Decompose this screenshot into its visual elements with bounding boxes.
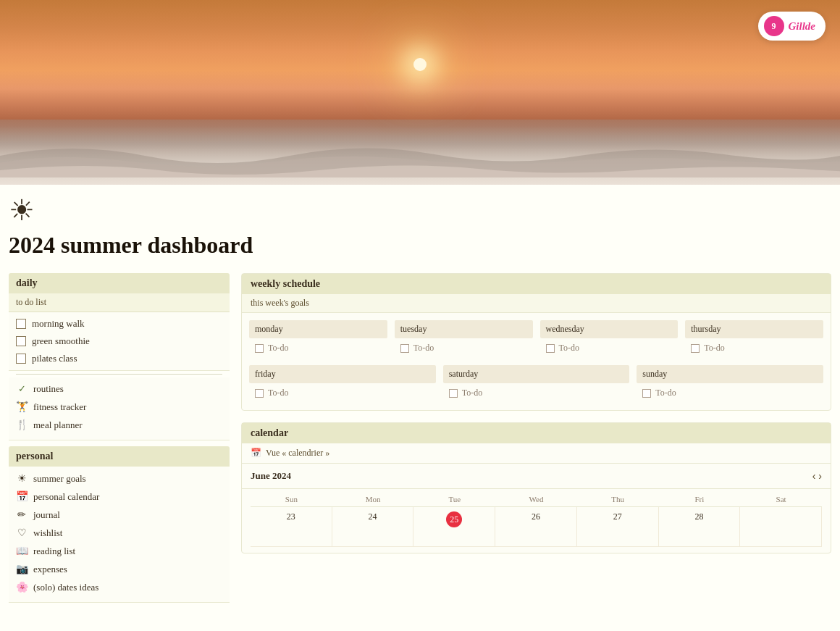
summer-goals-label: summer goals (33, 473, 86, 485)
thursday-header: thursday (685, 320, 823, 338)
weekly-schedule-box: weekly schedule this week's goals monday… (241, 273, 831, 411)
routines-nav-item[interactable]: ✓ routines (9, 380, 230, 398)
calendar-view-label: Vue « calendrier » (266, 448, 329, 459)
friday-column: friday To-do (249, 365, 436, 403)
calendar-view-button[interactable]: 📅 Vue « calendrier » (242, 443, 831, 464)
meal-label: meal planner (33, 419, 83, 431)
check-icon: ✓ (16, 383, 28, 395)
days-grid-top: monday To-do tuesday To-do (242, 313, 831, 365)
cal-day-23[interactable]: 23 (251, 507, 332, 547)
monday-todo[interactable]: To-do (249, 338, 387, 358)
days-grid-bottom: friday To-do saturday To-do (242, 365, 831, 410)
cal-day-empty (740, 507, 822, 547)
cal-day-26[interactable]: 26 (495, 507, 577, 547)
personal-nav-section: ☀ summer goals 📅 personal calendar ✏ jou… (9, 467, 230, 603)
calendar-nav: June 2024 ‹ › (242, 464, 831, 489)
sunday-header: sunday (637, 365, 823, 383)
sunday-todo[interactable]: To-do (637, 383, 823, 403)
cal-header-wed: Wed (495, 495, 577, 503)
todo-item-green-smoothie[interactable]: green smoothie (9, 333, 230, 350)
camera-icon: 📷 (16, 563, 28, 575)
day-number-24: 24 (369, 511, 377, 522)
page-title: 2024 summer dashboard (9, 232, 831, 259)
monday-todo-label: To-do (268, 343, 289, 354)
pencil-icon: ✏ (16, 509, 28, 521)
sidebar: daily to do list morning walk green smoo… (9, 273, 230, 603)
flower-icon: 🌸 (16, 581, 28, 593)
calendar-icon: 📅 (16, 490, 28, 503)
day-number-25: 25 (446, 511, 462, 527)
cal-day-25[interactable]: 25 (413, 507, 495, 547)
giilde-number: 9 (764, 16, 784, 36)
tuesday-checkbox[interactable] (400, 344, 409, 353)
expenses-item[interactable]: 📷 expenses (9, 560, 230, 578)
wishlist-item[interactable]: ♡ wishlist (9, 524, 230, 542)
sunday-todo-label: To-do (655, 388, 676, 398)
saturday-header: saturday (443, 365, 630, 383)
weekly-goals-label: this week's goals (242, 294, 831, 313)
divider (16, 374, 222, 375)
day-number-27: 27 (613, 511, 622, 522)
monday-checkbox[interactable] (255, 344, 264, 353)
todo-list-label: to do list (9, 293, 230, 312)
fitness-label: fitness tracker (33, 401, 86, 413)
green-smoothie-label: green smoothie (32, 335, 90, 347)
friday-checkbox[interactable] (255, 389, 264, 398)
wednesday-todo[interactable]: To-do (540, 338, 679, 358)
summer-goals-item[interactable]: ☀ summer goals (9, 469, 230, 488)
saturday-checkbox[interactable] (449, 389, 458, 398)
tuesday-todo[interactable]: To-do (395, 338, 533, 358)
solo-dates-item[interactable]: 🌸 (solo) dates ideas (9, 578, 230, 596)
cal-header-tue: Tue (413, 495, 495, 503)
todo-items: morning walk green smoothie pilates clas… (9, 312, 230, 371)
pilates-checkbox[interactable] (16, 354, 26, 364)
thursday-checkbox[interactable] (691, 344, 700, 353)
green-smoothie-checkbox[interactable] (16, 336, 26, 346)
calendar-days-header: Sun Mon Tue Wed Thu Fri Sat (251, 495, 822, 507)
friday-todo[interactable]: To-do (249, 383, 436, 403)
day-number-23: 23 (287, 511, 295, 522)
sunday-checkbox[interactable] (642, 389, 651, 398)
cal-day-28[interactable]: 28 (659, 507, 741, 547)
monday-header: monday (249, 320, 387, 338)
day-number-26: 26 (532, 511, 540, 522)
fitness-tracker-nav-item[interactable]: 🏋 fitness tracker (9, 398, 230, 416)
giilde-badge[interactable]: 9 Gillde (758, 12, 826, 41)
cal-header-sat: Sat (740, 495, 822, 503)
calendar-next-button[interactable]: › (818, 470, 822, 482)
morning-walk-checkbox[interactable] (16, 319, 26, 329)
cal-day-24[interactable]: 24 (332, 507, 414, 547)
calendar-prev-button[interactable]: ‹ (812, 470, 816, 482)
wednesday-todo-label: To-do (559, 343, 580, 354)
sun-icon: ☀ (9, 193, 831, 227)
cal-header-thu: Thu (577, 495, 659, 503)
main-grid: daily to do list morning walk green smoo… (9, 273, 831, 603)
saturday-todo[interactable]: To-do (443, 383, 630, 403)
todo-item-morning-walk[interactable]: morning walk (9, 315, 230, 333)
reading-list-item[interactable]: 📖 reading list (9, 542, 230, 560)
saturday-column: saturday To-do (443, 365, 630, 403)
solo-dates-label: (solo) dates ideas (33, 582, 98, 593)
cal-header-mon: Mon (332, 495, 414, 503)
thursday-todo[interactable]: To-do (685, 338, 823, 358)
friday-todo-label: To-do (268, 388, 289, 398)
journal-item[interactable]: ✏ journal (9, 506, 230, 524)
calendar-row-1: 23 24 25 26 27 (251, 507, 822, 547)
main-content: weekly schedule this week's goals monday… (241, 273, 831, 603)
sunday-column: sunday To-do (637, 365, 823, 403)
daily-section-header: daily (9, 273, 230, 293)
book-icon: 📖 (16, 545, 28, 557)
fork-icon: 🍴 (16, 419, 28, 431)
calendar-month: June 2024 (251, 470, 291, 482)
cal-day-27[interactable]: 27 (577, 507, 659, 547)
meal-planner-nav-item[interactable]: 🍴 meal planner (9, 416, 230, 434)
personal-calendar-item[interactable]: 📅 personal calendar (9, 488, 230, 506)
todo-item-pilates[interactable]: pilates class (9, 350, 230, 367)
personal-section: personal ☀ summer goals 📅 personal calen… (9, 446, 230, 603)
wednesday-column: wednesday To-do (540, 320, 679, 358)
dumbbell-icon: 🏋 (16, 401, 28, 413)
calendar-box: calendar 📅 Vue « calendrier » June 2024 … (241, 422, 831, 553)
cal-header-fri: Fri (659, 495, 741, 503)
wednesday-checkbox[interactable] (546, 344, 555, 353)
calendar-view-icon: 📅 (251, 448, 261, 459)
